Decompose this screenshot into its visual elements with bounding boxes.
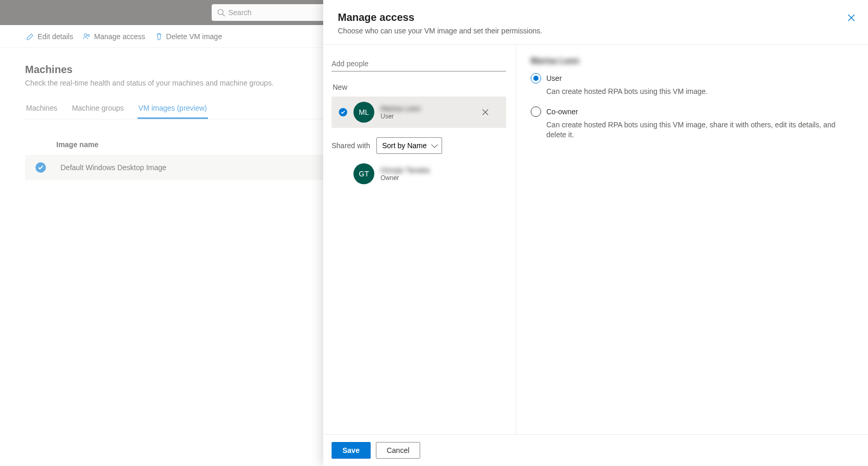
panel-title: Manage access — [338, 11, 853, 23]
panel-body: New ML Marisa Leon User Shared with — [323, 45, 868, 434]
person-meta: Giorgio Tanaka Owner — [381, 166, 499, 182]
section-shared-label: Shared with — [332, 141, 370, 150]
person-name: Giorgio Tanaka — [381, 166, 499, 174]
panel-right: Marisa Leon User Can create hosted RPA b… — [516, 45, 868, 434]
permission-coowner-label: Co-owner — [546, 107, 578, 116]
radio-icon — [531, 73, 541, 83]
panel-subtitle: Choose who can use your VM image and set… — [338, 27, 853, 35]
save-button[interactable]: Save — [332, 442, 371, 459]
close-icon — [847, 14, 855, 22]
manage-access-panel: Manage access Choose who can use your VM… — [323, 0, 868, 466]
permission-user-name: Marisa Leon — [531, 56, 853, 66]
add-people-input[interactable] — [332, 56, 506, 71]
person-selected-check-icon — [339, 108, 347, 116]
permission-option-user[interactable]: User Can create hosted RPA bots using th… — [531, 73, 853, 97]
person-row-new[interactable]: ML Marisa Leon User — [332, 97, 506, 128]
permission-user-desc: Can create hosted RPA bots using this VM… — [546, 87, 853, 97]
avatar: ML — [353, 102, 374, 123]
remove-person-button[interactable] — [478, 105, 493, 120]
section-new-label: New — [333, 83, 506, 91]
person-role: Owner — [381, 174, 499, 182]
panel-left: New ML Marisa Leon User Shared with — [323, 45, 516, 434]
panel-header: Manage access Choose who can use your VM… — [323, 0, 868, 45]
permission-option-coowner[interactable]: Co-owner Can create hosted RPA bots usin… — [531, 106, 853, 140]
avatar: GT — [353, 163, 374, 184]
person-name: Marisa Leon — [381, 104, 472, 113]
permission-user-label: User — [546, 74, 562, 82]
cancel-button[interactable]: Cancel — [376, 442, 421, 459]
radio-icon — [531, 106, 541, 117]
close-button[interactable] — [843, 9, 860, 26]
close-icon — [482, 109, 489, 116]
permission-coowner-desc: Can create hosted RPA bots using this VM… — [546, 120, 853, 140]
sort-select[interactable]: Sort by Name — [376, 137, 442, 154]
person-role: User — [381, 113, 472, 120]
person-meta: Marisa Leon User — [381, 104, 472, 120]
panel-footer: Save Cancel — [323, 434, 868, 466]
person-row-shared[interactable]: GT Giorgio Tanaka Owner — [332, 158, 506, 189]
